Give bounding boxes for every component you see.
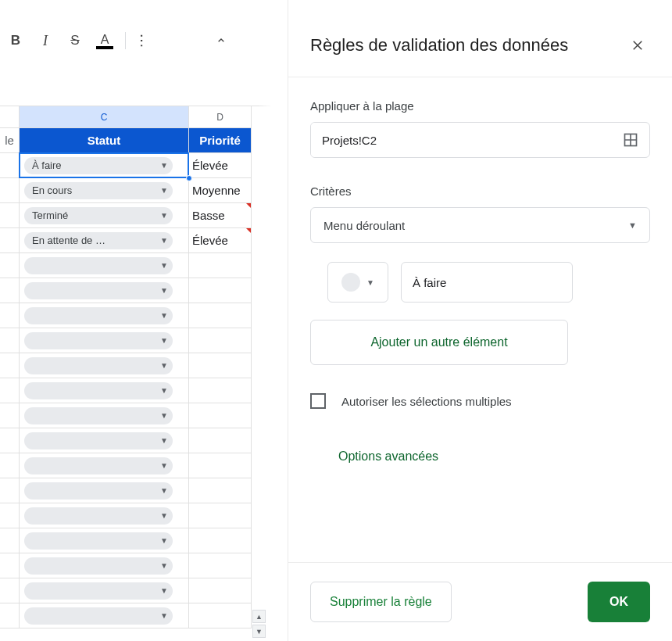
row-header[interactable] xyxy=(0,503,20,528)
cell-priorite[interactable] xyxy=(189,378,252,403)
row-header[interactable] xyxy=(0,578,20,603)
dropdown-chip[interactable]: ▼ xyxy=(24,457,173,474)
dropdown-chip[interactable]: À faire▼ xyxy=(24,157,173,174)
range-input[interactable] xyxy=(311,123,612,157)
cell-priorite[interactable] xyxy=(189,453,252,478)
cell-priorite[interactable]: Élevée xyxy=(189,228,252,253)
cell-statut[interactable]: ▼ xyxy=(20,453,189,478)
row-header[interactable] xyxy=(0,303,20,328)
column-header-stub[interactable] xyxy=(0,106,20,128)
cell-priorite[interactable] xyxy=(189,578,252,603)
cell-priorite[interactable] xyxy=(189,528,252,553)
bold-button[interactable]: B xyxy=(3,28,28,53)
cell-statut[interactable]: ▼ xyxy=(20,528,189,553)
header-cell-statut[interactable]: Statut xyxy=(20,128,189,153)
dropdown-chip[interactable]: ▼ xyxy=(24,332,173,349)
cell-priorite[interactable] xyxy=(189,303,252,328)
row-header[interactable] xyxy=(0,478,20,503)
dropdown-chip[interactable]: En attente de …▼ xyxy=(24,232,173,249)
cell-priorite[interactable] xyxy=(189,503,252,528)
row-header[interactable] xyxy=(0,253,20,278)
cell-statut[interactable]: Terminé▼ xyxy=(20,203,189,228)
dropdown-chip[interactable]: ▼ xyxy=(24,607,173,625)
cell-statut[interactable]: ▼ xyxy=(20,278,189,303)
dropdown-chip[interactable]: En cours▼ xyxy=(24,182,173,199)
cell-statut[interactable]: En cours▼ xyxy=(20,178,189,203)
row-stub[interactable]: le xyxy=(0,128,20,153)
dropdown-chip[interactable]: ▼ xyxy=(24,407,173,424)
dropdown-chip[interactable]: Terminé▼ xyxy=(24,207,173,224)
cell-priorite[interactable] xyxy=(189,278,252,303)
item-value-input[interactable] xyxy=(401,262,573,303)
row-header[interactable] xyxy=(0,428,20,453)
vertical-scrollbar[interactable]: ▲ ▼ xyxy=(252,610,266,638)
cell-statut[interactable]: ▼ xyxy=(20,303,189,328)
advanced-options-link[interactable]: Options avancées xyxy=(338,449,650,464)
spreadsheet[interactable]: C D le Statut Priorité À faire▼ÉlevéeEn … xyxy=(0,106,271,641)
row-header[interactable] xyxy=(0,178,20,203)
row-header[interactable] xyxy=(0,353,20,378)
row-header[interactable] xyxy=(0,153,20,178)
cell-statut[interactable]: ▼ xyxy=(20,403,189,428)
scroll-down-button[interactable]: ▼ xyxy=(252,625,266,638)
cell-statut[interactable]: ▼ xyxy=(20,353,189,378)
row-header[interactable] xyxy=(0,553,20,578)
cell-priorite[interactable] xyxy=(189,328,252,353)
cell-statut[interactable]: ▼ xyxy=(20,378,189,403)
row-header[interactable] xyxy=(0,403,20,428)
row-header[interactable] xyxy=(0,228,20,253)
cell-statut[interactable]: ▼ xyxy=(20,578,189,603)
cell-statut[interactable]: ▼ xyxy=(20,428,189,453)
delete-rule-button[interactable]: Supprimer la règle xyxy=(310,582,452,622)
collapse-toolbar-button[interactable] xyxy=(209,28,234,53)
cell-statut[interactable]: ▼ xyxy=(20,478,189,503)
row-header[interactable] xyxy=(0,528,20,553)
dropdown-chip[interactable]: ▼ xyxy=(24,432,173,449)
dropdown-chip[interactable]: ▼ xyxy=(24,507,173,525)
row-header[interactable] xyxy=(0,453,20,478)
cell-statut[interactable]: ▼ xyxy=(20,503,189,528)
cell-statut[interactable]: ▼ xyxy=(20,603,189,628)
dropdown-chip[interactable]: ▼ xyxy=(24,282,173,299)
row-header[interactable] xyxy=(0,328,20,353)
cell-priorite[interactable] xyxy=(189,428,252,453)
italic-button[interactable]: I xyxy=(33,28,58,53)
row-header[interactable] xyxy=(0,603,20,628)
cell-statut[interactable]: En attente de …▼ xyxy=(20,228,189,253)
criteria-dropdown[interactable]: Menu déroulant ▼ xyxy=(310,207,650,243)
cell-statut[interactable]: ▼ xyxy=(20,328,189,353)
cell-priorite[interactable] xyxy=(189,353,252,378)
ok-button[interactable]: OK xyxy=(588,582,650,622)
cell-statut[interactable]: ▼ xyxy=(20,553,189,578)
column-header-c[interactable]: C xyxy=(20,106,189,128)
header-cell-priorite[interactable]: Priorité xyxy=(189,128,252,153)
cell-statut[interactable]: ▼ xyxy=(20,253,189,278)
dropdown-chip[interactable]: ▼ xyxy=(24,532,173,550)
item-color-picker[interactable]: ▼ xyxy=(327,262,388,303)
scroll-up-button[interactable]: ▲ xyxy=(252,610,266,623)
cell-priorite[interactable] xyxy=(189,553,252,578)
cell-statut[interactable]: À faire▼ xyxy=(20,153,189,178)
dropdown-chip[interactable]: ▼ xyxy=(24,582,173,600)
dropdown-chip[interactable]: ▼ xyxy=(24,307,173,324)
more-options-button[interactable]: … xyxy=(134,28,159,53)
row-header[interactable] xyxy=(0,278,20,303)
cell-priorite[interactable]: Moyenne xyxy=(189,178,252,203)
dropdown-chip[interactable]: ▼ xyxy=(24,482,173,500)
selection-handle[interactable] xyxy=(186,175,192,181)
dropdown-chip[interactable]: ▼ xyxy=(24,257,173,274)
column-header-d[interactable]: D xyxy=(189,106,252,128)
cell-priorite[interactable] xyxy=(189,253,252,278)
text-color-button[interactable]: A xyxy=(92,28,117,53)
add-item-button[interactable]: Ajouter un autre élément xyxy=(310,320,568,365)
dropdown-chip[interactable]: ▼ xyxy=(24,382,173,399)
row-header[interactable] xyxy=(0,203,20,228)
cell-priorite[interactable]: Basse xyxy=(189,203,252,228)
cell-priorite[interactable] xyxy=(189,403,252,428)
select-range-button[interactable] xyxy=(612,123,649,157)
dropdown-chip[interactable]: ▼ xyxy=(24,357,173,374)
strikethrough-button[interactable]: S xyxy=(63,28,88,53)
close-panel-button[interactable] xyxy=(625,33,650,58)
cell-priorite[interactable]: Élevée xyxy=(189,153,252,178)
cell-priorite[interactable] xyxy=(189,603,252,628)
